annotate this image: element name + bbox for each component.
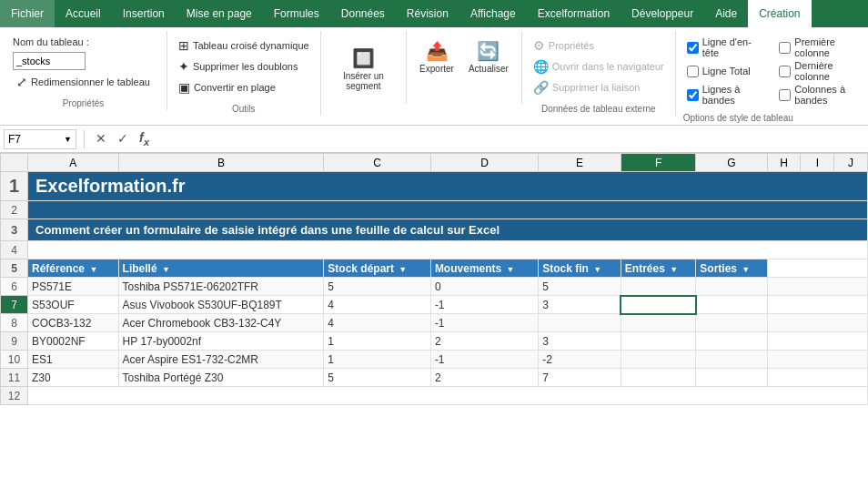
cell-9-mouvements[interactable]: 2 — [430, 332, 538, 351]
menu-formules[interactable]: Formules — [263, 0, 330, 27]
cell-8-ref[interactable]: COCB3-132 — [28, 314, 119, 332]
cell-8-sorties[interactable] — [696, 314, 767, 332]
menu-excelformation[interactable]: Excelformation — [527, 0, 621, 27]
menu-creation[interactable]: Création — [748, 0, 811, 27]
cell-11-sorties[interactable] — [696, 369, 767, 387]
cell-10-entrees[interactable] — [621, 351, 695, 369]
cell-9-sorties[interactable] — [696, 332, 767, 351]
check-last-col[interactable]: Dernière colonne — [779, 60, 857, 82]
check-banded-cols-input[interactable] — [779, 89, 791, 101]
col-header-d[interactable]: D — [430, 154, 538, 172]
menu-donnees[interactable]: Données — [330, 0, 396, 27]
filter-arrow-stock-fin[interactable]: ▼ — [593, 265, 601, 274]
filter-arrow-libelle[interactable]: ▼ — [162, 265, 170, 274]
cell-7-ref[interactable]: S53OUF — [28, 296, 119, 314]
header-reference[interactable]: Référence ▼ — [28, 259, 119, 278]
cell-8-entrees[interactable] — [621, 314, 695, 332]
col-header-h[interactable]: H — [767, 154, 801, 172]
header-mouvements[interactable]: Mouvements ▼ — [430, 259, 538, 278]
cell-6-entrees[interactable] — [621, 278, 695, 296]
cell-11-stock-fin[interactable]: 7 — [539, 369, 621, 387]
cell-9-stock-fin[interactable]: 3 — [539, 332, 621, 351]
col-header-f[interactable]: F — [621, 154, 695, 172]
filter-arrow-entrees[interactable]: ▼ — [670, 265, 678, 274]
cell-8-stock-fin[interactable] — [539, 314, 621, 332]
menu-insertion[interactable]: Insertion — [112, 0, 176, 27]
cell-11-entrees[interactable] — [621, 369, 695, 387]
check-header-row[interactable]: Ligne d'en-tête — [687, 36, 765, 58]
menu-accueil[interactable]: Accueil — [55, 0, 112, 27]
open-browser-btn[interactable]: 🌐 Ouvrir dans le navigateur — [530, 57, 668, 76]
cell-7-stock-fin[interactable]: 3 — [539, 296, 621, 314]
title-cell[interactable]: Excelformation.fr — [28, 172, 868, 201]
col-header-b[interactable]: B — [118, 154, 324, 172]
table-name-input[interactable] — [13, 52, 86, 70]
cell-8-stock-dep[interactable]: 4 — [324, 314, 431, 332]
dropdown-icon[interactable]: ▼ — [64, 135, 72, 144]
header-libelle[interactable]: Libellé ▼ — [118, 259, 324, 278]
cell-10-libelle[interactable]: Acer Aspire ES1-732-C2MR — [118, 351, 324, 369]
cell-9-entrees[interactable] — [621, 332, 695, 351]
check-banded-cols[interactable]: Colonnes à bandes — [779, 84, 857, 106]
subtitle-cell[interactable]: Comment créer un formulaire de saisie in… — [28, 219, 868, 241]
cell-6-stock-dep[interactable]: 5 — [324, 278, 431, 296]
cell-9-stock-dep[interactable]: 1 — [324, 332, 431, 351]
resize-table-btn[interactable]: ⤢ Redimensionner le tableau — [13, 73, 154, 91]
cell-6-stock-fin[interactable]: 5 — [539, 278, 621, 296]
check-banded-rows-input[interactable] — [687, 89, 699, 101]
header-stock-dep[interactable]: Stock départ ▼ — [324, 259, 431, 278]
cell-11-ref[interactable]: Z30 — [28, 369, 119, 387]
menu-revision[interactable]: Révision — [396, 0, 459, 27]
remove-link-btn[interactable]: 🔗 Supprimer la liaison — [530, 78, 668, 97]
cell-10-sorties[interactable] — [696, 351, 767, 369]
col-header-g[interactable]: G — [696, 154, 767, 172]
menu-mise-en-page[interactable]: Mise en page — [176, 0, 263, 27]
cell-8-mouvements[interactable]: -1 — [430, 314, 538, 332]
cell-7-entrees[interactable] — [621, 296, 695, 314]
menu-developpeur[interactable]: Développeur — [621, 0, 704, 27]
filter-arrow-stock-dep[interactable]: ▼ — [399, 265, 407, 274]
cell-10-stock-fin[interactable]: -2 — [539, 351, 621, 369]
cell-7-mouvements[interactable]: -1 — [430, 296, 538, 314]
cell-6-libelle[interactable]: Toshiba PS571E-06202TFR — [118, 278, 324, 296]
filter-arrow-sorties[interactable]: ▼ — [742, 265, 750, 274]
refresh-btn[interactable]: 🔄 Actualiser — [463, 36, 514, 77]
menu-affichage[interactable]: Affichage — [459, 0, 527, 27]
cell-6-ref[interactable]: PS571E — [28, 278, 119, 296]
insert-segment-btn[interactable]: 🔲 Insérer un segment — [328, 44, 399, 95]
cell-7-sorties[interactable] — [696, 296, 767, 314]
cell-10-ref[interactable]: ES1 — [28, 351, 119, 369]
cell-11-mouvements[interactable]: 2 — [430, 369, 538, 387]
col-header-a[interactable]: A — [28, 154, 119, 172]
check-header-row-input[interactable] — [687, 42, 699, 54]
check-first-col[interactable]: Première colonne — [779, 36, 857, 58]
filter-arrow-ref[interactable]: ▼ — [89, 265, 97, 274]
col-header-c[interactable]: C — [324, 154, 431, 172]
cancel-formula-btn[interactable]: ✕ — [92, 129, 110, 147]
menu-fichier[interactable]: Fichier — [0, 0, 55, 27]
cell-7-stock-dep[interactable]: 4 — [324, 296, 431, 314]
header-entrees[interactable]: Entrées ▼ — [621, 259, 695, 278]
export-btn[interactable]: 📤 Exporter — [414, 36, 459, 77]
col-header-i[interactable]: I — [801, 154, 834, 172]
formula-input[interactable] — [156, 129, 864, 149]
cell-9-libelle[interactable]: HP 17-by0002nf — [118, 332, 324, 351]
filter-arrow-mouvements[interactable]: ▼ — [507, 265, 515, 274]
check-last-col-input[interactable] — [779, 66, 791, 77]
remove-dupes-btn[interactable]: ✦ Supprimer les doublons — [175, 57, 313, 76]
confirm-formula-btn[interactable]: ✓ — [114, 129, 132, 147]
cell-7-libelle[interactable]: Asus Vivobook S530UF-BQ189T — [118, 296, 324, 314]
check-total-row[interactable]: Ligne Total — [687, 60, 765, 82]
cell-9-ref[interactable]: BY0002NF — [28, 332, 119, 351]
header-stock-fin[interactable]: Stock fin ▼ — [539, 259, 621, 278]
convert-range-btn[interactable]: ▣ Convertir en plage — [175, 78, 313, 97]
cell-6-sorties[interactable] — [696, 278, 767, 296]
properties-btn[interactable]: ⚙ Propriétés — [530, 36, 668, 55]
cell-10-stock-dep[interactable]: 1 — [324, 351, 431, 369]
cell-11-stock-dep[interactable]: 5 — [324, 369, 431, 387]
col-header-e[interactable]: E — [539, 154, 621, 172]
check-first-col-input[interactable] — [779, 42, 791, 54]
cell-11-libelle[interactable]: Toshiba Portégé Z30 — [118, 369, 324, 387]
col-header-j[interactable]: J — [834, 154, 868, 172]
check-banded-rows[interactable]: Lignes à bandes — [687, 84, 765, 106]
